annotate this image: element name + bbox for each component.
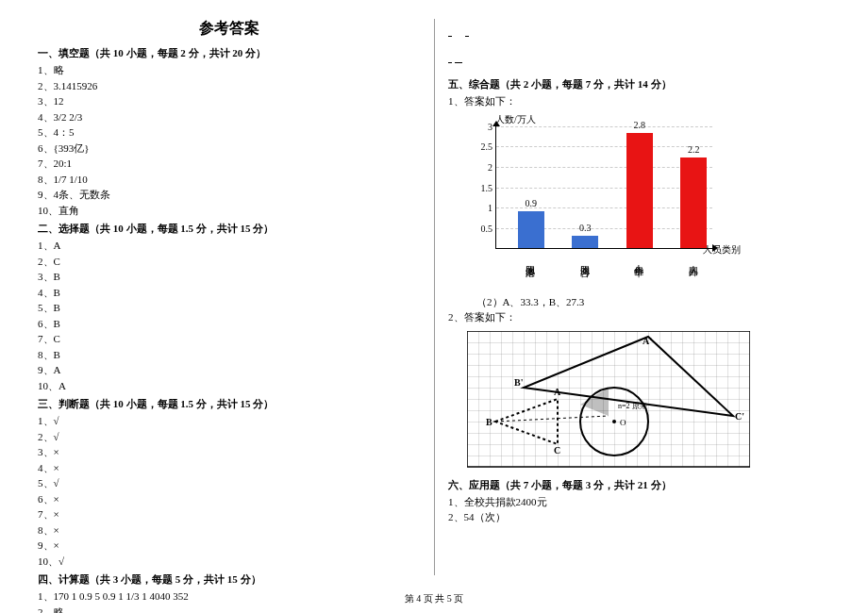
fraction-icon: [465, 36, 469, 37]
bar-value-label: 2.8: [626, 120, 653, 130]
fraction-icon: [448, 36, 452, 37]
s2-item: 8、B: [38, 347, 420, 363]
s1-item: 5、4：5: [38, 124, 420, 141]
s1-item: 7、20:1: [38, 156, 420, 172]
s2-item: 4、B: [38, 285, 420, 301]
svg-text:A: A: [554, 387, 561, 397]
s2-item: 1、A: [38, 238, 420, 254]
svg-text:B: B: [486, 417, 492, 427]
s3-item: 7、×: [38, 506, 420, 522]
section2-head: 二、选择题（共 10 小题，每题 1.5 分，共计 15 分）: [38, 222, 420, 236]
y-tick: 1: [476, 203, 492, 213]
bar: 2.8: [626, 133, 653, 247]
s2-item: 10、A: [38, 378, 420, 394]
s2-item: 2、C: [38, 254, 420, 270]
s3-item: 2、√: [38, 429, 420, 445]
chart-area: 0.511.522.530.9港澳同胞0.3台湾同胞2.8华侨华人2.2外国人: [495, 126, 712, 249]
s1-item: 9、4条、无数条: [38, 187, 420, 203]
s1-item: 8、1/7 1/10: [38, 172, 420, 188]
s2-item: 7、C: [38, 331, 420, 347]
s3-item: 6、×: [38, 491, 420, 507]
section6-head: 六、应用题（共 7 小题，每题 3 分，共计 21 分）: [448, 478, 830, 492]
s1-item: 10、直角: [38, 203, 420, 219]
s2-item: 9、A: [38, 362, 420, 378]
s1-item: 3、12: [38, 93, 420, 109]
y-tick: 0.5: [476, 223, 492, 233]
s3-item: 3、×: [38, 444, 420, 460]
y-tick: 2.5: [476, 141, 492, 152]
s3-item: 5、√: [38, 475, 420, 491]
s5-sub2: （2）A、33.3，B、27.3: [476, 294, 830, 310]
section3-head: 三、判断题（共 10 小题，每题 1.5 分，共计 15 分）: [38, 397, 420, 411]
bar-value-label: 0.9: [518, 198, 544, 208]
section5-head: 五、综合题（共 2 小题，每题 7 分，共计 14 分）: [448, 77, 830, 91]
svg-text:B': B': [514, 377, 524, 388]
grid-figure: O A' B' C' A B C n=2 原来: [467, 331, 750, 472]
s3-item: 10、√: [38, 554, 420, 570]
title: 参考答案: [38, 19, 420, 39]
right-column: 五、综合题（共 2 小题，每题 7 分，共计 14 分） 1、答案如下： 人数/…: [448, 19, 830, 613]
equation-row-2: [448, 51, 830, 72]
grid-line: [496, 126, 712, 127]
grid-note: n=2 原来: [618, 402, 647, 410]
section4-head: 四、计算题（共 3 小题，每题 5 分，共计 15 分）: [38, 572, 420, 587]
s2-item: 6、B: [38, 316, 420, 332]
bar-value-label: 2.2: [680, 144, 707, 155]
column-divider: [434, 19, 435, 575]
svg-text:A': A': [643, 336, 652, 346]
left-column: 参考答案 一、填空题（共 10 小题，每题 2 分，共计 20 分） 1、略 2…: [38, 19, 420, 613]
y-tick: 2: [476, 161, 492, 172]
bar-value-label: 0.3: [572, 223, 598, 233]
s2-item: 5、B: [38, 300, 420, 316]
svg-text:C': C': [735, 411, 744, 422]
y-axis-label: 人数/万人: [495, 113, 536, 126]
y-tick: 1.5: [476, 182, 492, 192]
section1-head: 一、填空题（共 10 小题，每题 2 分，共计 20 分）: [38, 46, 420, 60]
bar-chart: 人数/万人 人员类别 0.511.522.530.9港澳同胞0.3台湾同胞2.8…: [467, 117, 731, 287]
svg-text:C: C: [554, 445, 560, 456]
eq3: [448, 62, 452, 63]
s1-item: 2、3.1415926: [38, 78, 420, 94]
fraction-icon: [448, 62, 452, 63]
page-footer: 第 4 页 共 5 页: [0, 592, 868, 605]
s3-item: 1、√: [38, 413, 420, 429]
geometry-svg: O A' B' C' A B C n=2 原来: [467, 331, 750, 472]
s1-item: 1、略: [38, 62, 420, 78]
s6-item: 2、54（次）: [448, 509, 830, 525]
s6-item: 1、全校共捐款2400元: [448, 494, 830, 510]
s3-item: 8、×: [38, 522, 420, 538]
fraction-icon: [459, 62, 462, 63]
y-tick: 3: [476, 121, 492, 131]
s2-item: 3、B: [38, 269, 420, 285]
s3-item: 9、×: [38, 538, 420, 554]
bar: 2.2: [680, 157, 707, 247]
eq2: [465, 36, 469, 37]
s5-line2: 2、答案如下：: [448, 309, 830, 325]
equation-row-1: [448, 25, 830, 45]
bar: 0.9: [518, 211, 544, 248]
s3-item: 4、×: [38, 460, 420, 476]
eq1: [448, 36, 452, 37]
svg-text:O: O: [620, 418, 626, 427]
svg-point-5: [612, 420, 616, 423]
s1-item: 4、3/2 2/3: [38, 109, 420, 125]
bar: 0.3: [572, 236, 598, 248]
s1-item: 6、{393亿}: [38, 141, 420, 157]
s5-line1: 1、答案如下：: [448, 93, 830, 109]
eq4: [455, 62, 462, 63]
